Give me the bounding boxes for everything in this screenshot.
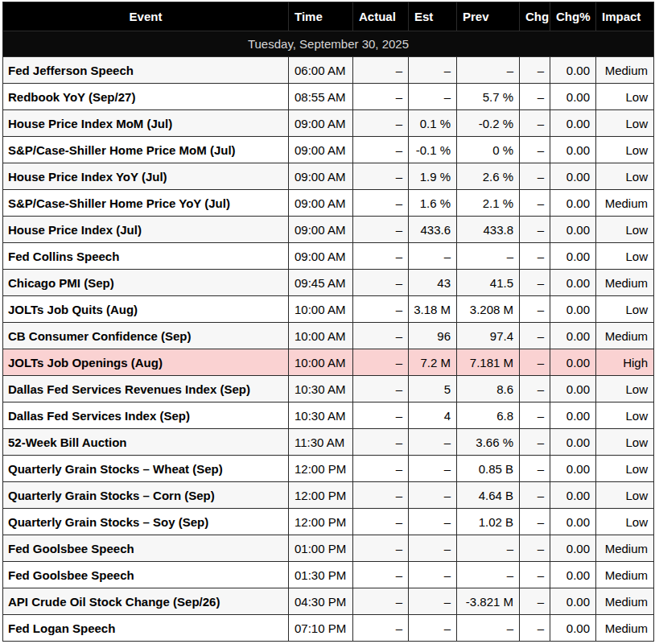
prev-cell: – — [457, 57, 520, 84]
table-row[interactable]: House Price Index YoY (Jul) 09:00 AM – 1… — [3, 163, 654, 190]
chg-cell: – — [520, 588, 550, 615]
est-cell: 7.2 M — [409, 349, 457, 376]
actual-cell: – — [353, 190, 409, 217]
chg-pct-cell: 0.00 — [550, 57, 596, 84]
actual-cell: – — [353, 588, 409, 615]
chg-cell: – — [520, 190, 550, 217]
event-cell: S&P/Case-Shiller Home Price MoM (Jul) — [3, 137, 289, 163]
event-cell: Chicago PMI (Sep) — [3, 270, 289, 296]
chg-pct-cell: 0.00 — [550, 562, 596, 588]
table-row[interactable]: 52-Week Bill Auction 11:30 AM – – 3.66 %… — [3, 429, 654, 456]
prev-cell: -3.821 M — [457, 588, 520, 615]
actual-cell: – — [353, 296, 409, 323]
time-cell: 11:30 AM — [289, 429, 353, 456]
chg-pct-cell: 0.00 — [550, 217, 596, 243]
event-cell: Fed Goolsbee Speech — [3, 562, 289, 588]
est-cell: – — [409, 57, 457, 84]
chg-pct-cell: 0.00 — [550, 243, 596, 270]
chg-pct-cell: 0.00 — [550, 456, 596, 482]
chg-pct-cell: 0.00 — [550, 270, 596, 296]
table-row[interactable]: House Price Index (Jul) 09:00 AM – 433.6… — [3, 217, 654, 243]
event-cell: Dallas Fed Services Index (Sep) — [3, 402, 289, 429]
table-row[interactable]: CB Consumer Confidence (Sep) 10:00 AM – … — [3, 323, 654, 349]
impact-cell: High — [596, 349, 654, 376]
prev-cell: 7.181 M — [457, 349, 520, 376]
event-cell: JOLTs Job Openings (Aug) — [3, 349, 289, 376]
est-cell: – — [409, 243, 457, 270]
est-cell: -0.1 % — [409, 137, 457, 163]
event-cell: House Price Index MoM (Jul) — [3, 110, 289, 137]
est-cell: – — [409, 84, 457, 110]
time-cell: 06:00 AM — [289, 57, 353, 84]
actual-cell: – — [353, 456, 409, 482]
prev-cell: 2.6 % — [457, 163, 520, 190]
time-cell: 09:45 AM — [289, 270, 353, 296]
table-row[interactable]: Quarterly Grain Stocks – Corn (Sep) 12:0… — [3, 482, 654, 509]
column-header-prev: Prev — [457, 2, 520, 31]
actual-cell: – — [353, 323, 409, 349]
est-cell: – — [409, 509, 457, 535]
time-cell: 09:00 AM — [289, 190, 353, 217]
table-row[interactable]: Dallas Fed Services Revenues Index (Sep)… — [3, 376, 654, 402]
est-cell: 5 — [409, 376, 457, 402]
chg-cell: – — [520, 509, 550, 535]
event-cell: Quarterly Grain Stocks – Corn (Sep) — [3, 482, 289, 509]
chg-cell: – — [520, 296, 550, 323]
prev-cell: 1.02 B — [457, 509, 520, 535]
table-row[interactable]: JOLTs Job Openings (Aug) 10:00 AM – 7.2 … — [3, 349, 654, 376]
prev-cell: 97.4 — [457, 323, 520, 349]
event-cell: Dallas Fed Services Revenues Index (Sep) — [3, 376, 289, 402]
table-row[interactable]: Chicago PMI (Sep) 09:45 AM – 43 41.5 – 0… — [3, 270, 654, 296]
chg-cell: – — [520, 456, 550, 482]
chg-pct-cell: 0.00 — [550, 588, 596, 615]
est-cell: – — [409, 456, 457, 482]
column-header-row: Event Time Actual Est Prev Chg Chg% Impa… — [3, 2, 654, 31]
table-row[interactable]: Fed Goolsbee Speech 01:00 PM – – – – 0.0… — [3, 535, 654, 562]
time-cell: 10:00 AM — [289, 349, 353, 376]
prev-cell: 4.64 B — [457, 482, 520, 509]
est-cell: 1.6 % — [409, 190, 457, 217]
table-row[interactable]: House Price Index MoM (Jul) 09:00 AM – 0… — [3, 110, 654, 137]
chg-pct-cell: 0.00 — [550, 535, 596, 562]
chg-cell: – — [520, 243, 550, 270]
column-header-chg-pct: Chg% — [550, 2, 596, 31]
table-row[interactable]: JOLTs Job Quits (Aug) 10:00 AM – 3.18 M … — [3, 296, 654, 323]
economic-calendar: Event Time Actual Est Prev Chg Chg% Impa… — [2, 2, 653, 642]
actual-cell: – — [353, 243, 409, 270]
chg-pct-cell: 0.00 — [550, 137, 596, 163]
impact-cell: Low — [596, 376, 654, 402]
chg-cell: – — [520, 535, 550, 562]
prev-cell: – — [457, 615, 520, 642]
table-row[interactable]: API Crude Oil Stock Change (Sep/26) 04:3… — [3, 588, 654, 615]
table-row[interactable]: Quarterly Grain Stocks – Soy (Sep) 12:00… — [3, 509, 654, 535]
event-cell: Redbook YoY (Sep/27) — [3, 84, 289, 110]
table-row[interactable]: Quarterly Grain Stocks – Wheat (Sep) 12:… — [3, 456, 654, 482]
event-cell: Fed Jefferson Speech — [3, 57, 289, 84]
impact-cell: Medium — [596, 615, 654, 642]
actual-cell: – — [353, 429, 409, 456]
actual-cell: – — [353, 217, 409, 243]
table-row[interactable]: Redbook YoY (Sep/27) 08:55 AM – – 5.7 % … — [3, 84, 654, 110]
est-cell: – — [409, 562, 457, 588]
prev-cell: – — [457, 535, 520, 562]
column-header-actual: Actual — [353, 2, 409, 31]
impact-cell: Low — [596, 163, 654, 190]
event-cell: House Price Index YoY (Jul) — [3, 163, 289, 190]
table-row[interactable]: Fed Collins Speech 09:00 AM – – – – 0.00… — [3, 243, 654, 270]
chg-cell: – — [520, 615, 550, 642]
table-row[interactable]: S&P/Case-Shiller Home Price MoM (Jul) 09… — [3, 137, 654, 163]
time-cell: 01:00 PM — [289, 535, 353, 562]
prev-cell: – — [457, 562, 520, 588]
est-cell: 4 — [409, 402, 457, 429]
table-row[interactable]: Dallas Fed Services Index (Sep) 10:30 AM… — [3, 402, 654, 429]
prev-cell: – — [457, 243, 520, 270]
table-row[interactable]: Fed Goolsbee Speech 01:30 PM – – – – 0.0… — [3, 562, 654, 588]
actual-cell: – — [353, 615, 409, 642]
table-row[interactable]: Fed Jefferson Speech 06:00 AM – – – – 0.… — [3, 57, 654, 84]
table-row[interactable]: S&P/Case-Shiller Home Price YoY (Jul) 09… — [3, 190, 654, 217]
impact-cell: Low — [596, 509, 654, 535]
prev-cell: 8.6 — [457, 376, 520, 402]
chg-cell: – — [520, 57, 550, 84]
est-cell: 43 — [409, 270, 457, 296]
table-row[interactable]: Fed Logan Speech 07:10 PM – – – – 0.00 M… — [3, 615, 654, 642]
